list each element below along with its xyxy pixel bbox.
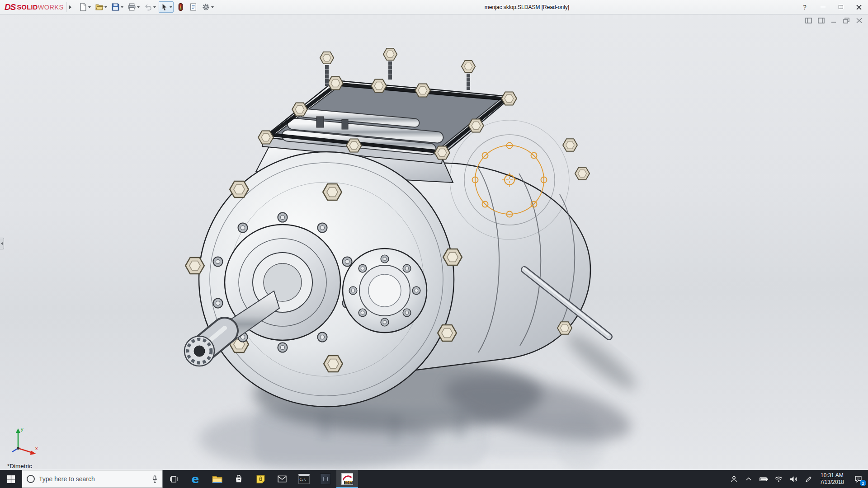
search-input[interactable] [39,475,148,483]
file-explorer-icon [212,475,222,483]
view-orientation-label: *Dimetric [7,463,32,469]
clock-date: 7/13/2018 [820,479,844,486]
taskbar-search[interactable] [22,470,163,488]
command-prompt-button[interactable]: C:\_ [293,470,315,488]
doc-close-icon[interactable] [856,18,863,23]
open-button[interactable] [94,1,108,13]
minimize-button[interactable] [814,0,832,14]
network-button[interactable] [771,470,786,488]
flyout-arrow-icon [69,5,71,9]
orientation-triad[interactable]: x y [8,425,41,457]
battery-icon [760,477,768,482]
task-view-icon [170,476,178,483]
dropdown-caret-icon[interactable] [104,6,107,8]
command-prompt-icon: C:\_ [298,474,310,484]
store-button[interactable] [228,470,250,488]
chevron-left-icon [1,242,3,245]
speaker-icon [790,476,797,483]
toolbar-flyout-button[interactable] [66,2,74,12]
clock-time: 10:31 AM [820,472,844,479]
dark-app-button[interactable] [315,470,336,488]
mail-button[interactable] [271,470,293,488]
triad-y-label: y [21,427,24,432]
store-bag-icon [235,475,243,483]
dropdown-caret-icon[interactable] [211,6,214,8]
quick-access-toolbar [77,1,215,13]
document-window-controls [805,18,863,23]
save-icon [111,3,120,11]
taskbar-clock[interactable]: 10:31 AM 7/13/2018 [816,470,848,488]
battery-button[interactable] [756,470,771,488]
triad-x-label: x [35,446,38,451]
people-button[interactable] [726,470,741,488]
chevron-up-icon [746,477,751,481]
minimize-icon [821,7,826,8]
file-explorer-button[interactable] [206,470,228,488]
rebuild-button[interactable] [175,1,186,13]
doc-restore-icon[interactable] [843,18,850,23]
dropdown-caret-icon[interactable] [88,6,91,8]
pane-right-icon[interactable] [818,18,825,23]
ds-logo-icon: DS [5,2,15,12]
sticky-notes-button[interactable] [250,470,271,488]
mail-icon [278,475,287,483]
dropdown-caret-icon[interactable] [153,6,156,8]
gearbox-assembly-model[interactable] [0,14,868,470]
cortana-icon [27,475,35,483]
undo-icon [144,3,152,11]
windows-logo-icon [7,475,15,483]
edge-button[interactable]: e [184,470,206,488]
brand-solid: SOLID [17,4,38,11]
pen-button[interactable] [801,470,816,488]
action-center-button[interactable]: 2 [848,470,868,488]
dropdown-caret-icon[interactable] [137,6,140,8]
dark-app-glyph [323,477,328,481]
document-title: menjac sklop.SLDASM [Read-only] [485,4,569,10]
wifi-icon [775,476,783,482]
start-button[interactable] [0,470,22,488]
titlebar: DS SOLIDWORKS [0,0,868,14]
print-icon [127,3,136,11]
save-button[interactable] [110,1,125,13]
doc-minimize-icon[interactable] [830,18,837,23]
options-button[interactable] [200,1,215,13]
file-properties-icon [189,3,198,11]
select-tool-button[interactable] [159,1,174,13]
rebuild-traffic-light-icon [176,3,185,11]
brand-name: SOLIDWORKS [17,4,63,11]
pane-left-icon[interactable] [805,18,812,23]
pen-icon [805,476,812,483]
panel-collapse-tab[interactable] [0,238,4,249]
microphone-icon[interactable] [152,475,158,483]
gear-icon [202,3,210,11]
solidworks-taskbar-button[interactable]: 2017 [336,470,358,488]
solidworks-window: DS SOLIDWORKS [0,0,868,488]
volume-button[interactable] [786,470,801,488]
undo-button[interactable] [142,1,157,13]
solidworks-logo: DS SOLIDWORKS [0,2,66,12]
sticky-notes-icon [256,475,265,483]
window-controls: ? [796,0,868,14]
windows-taskbar: e [0,470,868,488]
new-document-icon [79,3,87,11]
task-view-button[interactable] [163,470,184,488]
notification-badge: 2 [860,480,866,486]
edge-icon: e [192,474,199,485]
maximize-button[interactable] [832,0,850,14]
solidworks-year-label: 2017 [344,481,353,484]
secondary-flange [343,249,427,333]
file-properties-button[interactable] [188,1,199,13]
graphics-area[interactable]: x y *Dimetric [0,14,868,470]
help-button[interactable]: ? [796,0,814,14]
system-tray: 10:31 AM 7/13/2018 2 [726,470,868,488]
hidden-icons-button[interactable] [741,470,756,488]
open-folder-icon [95,3,104,11]
brand-works: WORKS [38,4,64,11]
new-document-button[interactable] [77,1,92,13]
close-button[interactable] [850,0,868,14]
dropdown-caret-icon[interactable] [170,6,172,8]
print-button[interactable] [126,1,141,13]
maximize-icon [839,5,843,9]
dropdown-caret-icon[interactable] [121,6,123,8]
close-icon [856,5,862,10]
